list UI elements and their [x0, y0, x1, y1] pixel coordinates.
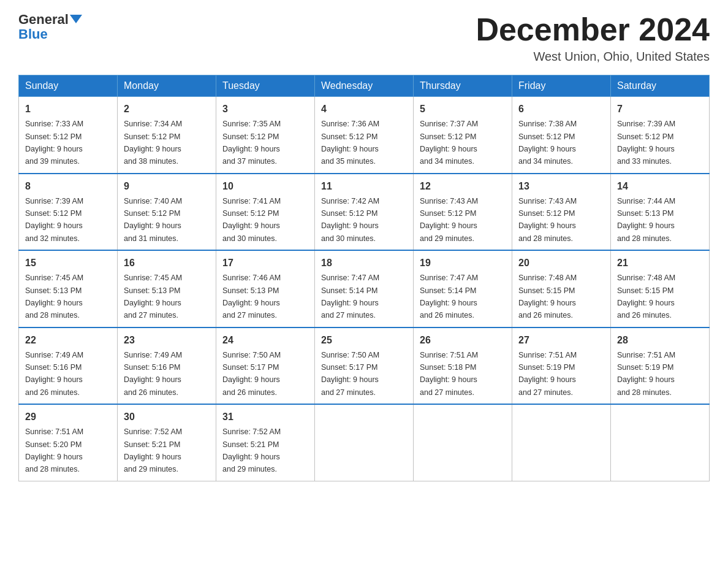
table-row — [414, 404, 512, 481]
table-row — [315, 404, 414, 481]
day-number: 9 — [124, 179, 210, 194]
table-row: 28 Sunrise: 7:51 AMSunset: 5:19 PMDaylig… — [611, 327, 710, 405]
title-area: December 2024 West Union, Ohio, United S… — [476, 12, 710, 64]
day-info: Sunrise: 7:52 AMSunset: 5:21 PMDaylight:… — [124, 427, 182, 473]
table-row: 29 Sunrise: 7:51 AMSunset: 5:20 PMDaylig… — [19, 404, 118, 481]
day-info: Sunrise: 7:45 AMSunset: 5:13 PMDaylight:… — [25, 274, 83, 320]
day-number: 31 — [222, 410, 308, 424]
day-number: 8 — [25, 179, 111, 194]
col-tuesday: Tuesday — [216, 75, 315, 97]
table-row: 13 Sunrise: 7:43 AMSunset: 5:12 PMDaylig… — [512, 174, 611, 251]
day-info: Sunrise: 7:34 AMSunset: 5:12 PMDaylight:… — [124, 120, 182, 166]
calendar-week-row: 15 Sunrise: 7:45 AMSunset: 5:13 PMDaylig… — [19, 250, 710, 327]
day-number: 11 — [321, 179, 407, 194]
calendar-table: Sunday Monday Tuesday Wednesday Thursday… — [18, 75, 710, 481]
table-row: 3 Sunrise: 7:35 AMSunset: 5:12 PMDayligh… — [216, 97, 315, 174]
day-number: 27 — [518, 333, 604, 348]
day-number: 19 — [420, 256, 506, 270]
day-number: 29 — [25, 410, 111, 424]
calendar-week-row: 22 Sunrise: 7:49 AMSunset: 5:16 PMDaylig… — [19, 327, 710, 405]
table-row: 26 Sunrise: 7:51 AMSunset: 5:18 PMDaylig… — [414, 327, 512, 405]
day-info: Sunrise: 7:47 AMSunset: 5:14 PMDaylight:… — [321, 274, 379, 320]
table-row: 19 Sunrise: 7:47 AMSunset: 5:14 PMDaylig… — [414, 250, 512, 327]
day-info: Sunrise: 7:38 AMSunset: 5:12 PMDaylight:… — [518, 120, 577, 166]
day-info: Sunrise: 7:52 AMSunset: 5:21 PMDaylight:… — [222, 427, 281, 473]
table-row: 14 Sunrise: 7:44 AMSunset: 5:13 PMDaylig… — [611, 174, 710, 251]
logo: General Blue — [18, 12, 82, 42]
col-sunday: Sunday — [19, 75, 118, 97]
table-row: 5 Sunrise: 7:37 AMSunset: 5:12 PMDayligh… — [414, 97, 512, 174]
day-info: Sunrise: 7:49 AMSunset: 5:16 PMDaylight:… — [25, 351, 83, 397]
day-info: Sunrise: 7:43 AMSunset: 5:12 PMDaylight:… — [518, 197, 577, 243]
day-info: Sunrise: 7:50 AMSunset: 5:17 PMDaylight:… — [222, 351, 281, 397]
table-row: 25 Sunrise: 7:50 AMSunset: 5:17 PMDaylig… — [315, 327, 414, 405]
table-row: 20 Sunrise: 7:48 AMSunset: 5:15 PMDaylig… — [512, 250, 611, 327]
day-number: 20 — [518, 256, 604, 270]
table-row: 11 Sunrise: 7:42 AMSunset: 5:12 PMDaylig… — [315, 174, 414, 251]
day-info: Sunrise: 7:51 AMSunset: 5:18 PMDaylight:… — [420, 351, 478, 397]
page-header: General Blue December 2024 West Union, O… — [18, 12, 710, 64]
table-row — [512, 404, 611, 481]
day-info: Sunrise: 7:51 AMSunset: 5:20 PMDaylight:… — [25, 427, 83, 473]
day-number: 7 — [617, 102, 703, 117]
day-number: 14 — [617, 179, 703, 194]
day-info: Sunrise: 7:39 AMSunset: 5:12 PMDaylight:… — [25, 197, 83, 243]
table-row: 18 Sunrise: 7:47 AMSunset: 5:14 PMDaylig… — [315, 250, 414, 327]
table-row: 27 Sunrise: 7:51 AMSunset: 5:19 PMDaylig… — [512, 327, 611, 405]
table-row: 9 Sunrise: 7:40 AMSunset: 5:12 PMDayligh… — [118, 174, 216, 251]
day-number: 30 — [124, 410, 210, 424]
day-info: Sunrise: 7:42 AMSunset: 5:12 PMDaylight:… — [321, 197, 379, 243]
day-number: 5 — [420, 102, 506, 117]
day-number: 12 — [420, 179, 506, 194]
table-row: 15 Sunrise: 7:45 AMSunset: 5:13 PMDaylig… — [19, 250, 118, 327]
calendar-week-row: 8 Sunrise: 7:39 AMSunset: 5:12 PMDayligh… — [19, 174, 710, 251]
day-number: 28 — [617, 333, 703, 348]
day-number: 2 — [124, 102, 210, 117]
table-row: 24 Sunrise: 7:50 AMSunset: 5:17 PMDaylig… — [216, 327, 315, 405]
day-number: 16 — [124, 256, 210, 270]
day-info: Sunrise: 7:43 AMSunset: 5:12 PMDaylight:… — [420, 197, 478, 243]
table-row: 21 Sunrise: 7:48 AMSunset: 5:15 PMDaylig… — [611, 250, 710, 327]
table-row: 6 Sunrise: 7:38 AMSunset: 5:12 PMDayligh… — [512, 97, 611, 174]
table-row — [611, 404, 710, 481]
day-info: Sunrise: 7:41 AMSunset: 5:12 PMDaylight:… — [222, 197, 281, 243]
day-info: Sunrise: 7:37 AMSunset: 5:12 PMDaylight:… — [420, 120, 478, 166]
day-info: Sunrise: 7:46 AMSunset: 5:13 PMDaylight:… — [222, 274, 281, 320]
calendar-week-row: 1 Sunrise: 7:33 AMSunset: 5:12 PMDayligh… — [19, 97, 710, 174]
day-info: Sunrise: 7:33 AMSunset: 5:12 PMDaylight:… — [25, 120, 83, 166]
day-number: 23 — [124, 333, 210, 348]
col-monday: Monday — [118, 75, 216, 97]
table-row: 17 Sunrise: 7:46 AMSunset: 5:13 PMDaylig… — [216, 250, 315, 327]
day-number: 17 — [222, 256, 308, 270]
day-info: Sunrise: 7:51 AMSunset: 5:19 PMDaylight:… — [617, 351, 675, 397]
day-number: 3 — [222, 102, 308, 117]
day-number: 6 — [518, 102, 604, 117]
day-number: 25 — [321, 333, 407, 348]
day-number: 24 — [222, 333, 308, 348]
day-info: Sunrise: 7:39 AMSunset: 5:12 PMDaylight:… — [617, 120, 675, 166]
col-wednesday: Wednesday — [315, 75, 414, 97]
calendar-week-row: 29 Sunrise: 7:51 AMSunset: 5:20 PMDaylig… — [19, 404, 710, 481]
day-info: Sunrise: 7:48 AMSunset: 5:15 PMDaylight:… — [518, 274, 577, 320]
table-row: 22 Sunrise: 7:49 AMSunset: 5:16 PMDaylig… — [19, 327, 118, 405]
col-thursday: Thursday — [414, 75, 512, 97]
table-row: 7 Sunrise: 7:39 AMSunset: 5:12 PMDayligh… — [611, 97, 710, 174]
day-info: Sunrise: 7:48 AMSunset: 5:15 PMDaylight:… — [617, 274, 675, 320]
day-number: 1 — [25, 102, 111, 117]
table-row: 16 Sunrise: 7:45 AMSunset: 5:13 PMDaylig… — [118, 250, 216, 327]
logo-general: General — [18, 12, 69, 27]
day-info: Sunrise: 7:49 AMSunset: 5:16 PMDaylight:… — [124, 351, 182, 397]
day-info: Sunrise: 7:35 AMSunset: 5:12 PMDaylight:… — [222, 120, 281, 166]
col-saturday: Saturday — [611, 75, 710, 97]
day-info: Sunrise: 7:51 AMSunset: 5:19 PMDaylight:… — [518, 351, 577, 397]
table-row: 10 Sunrise: 7:41 AMSunset: 5:12 PMDaylig… — [216, 174, 315, 251]
day-number: 4 — [321, 102, 407, 117]
table-row: 23 Sunrise: 7:49 AMSunset: 5:16 PMDaylig… — [118, 327, 216, 405]
day-info: Sunrise: 7:36 AMSunset: 5:12 PMDaylight:… — [321, 120, 379, 166]
day-number: 26 — [420, 333, 506, 348]
table-row: 8 Sunrise: 7:39 AMSunset: 5:12 PMDayligh… — [19, 174, 118, 251]
day-number: 15 — [25, 256, 111, 270]
col-friday: Friday — [512, 75, 611, 97]
table-row: 31 Sunrise: 7:52 AMSunset: 5:21 PMDaylig… — [216, 404, 315, 481]
table-row: 12 Sunrise: 7:43 AMSunset: 5:12 PMDaylig… — [414, 174, 512, 251]
